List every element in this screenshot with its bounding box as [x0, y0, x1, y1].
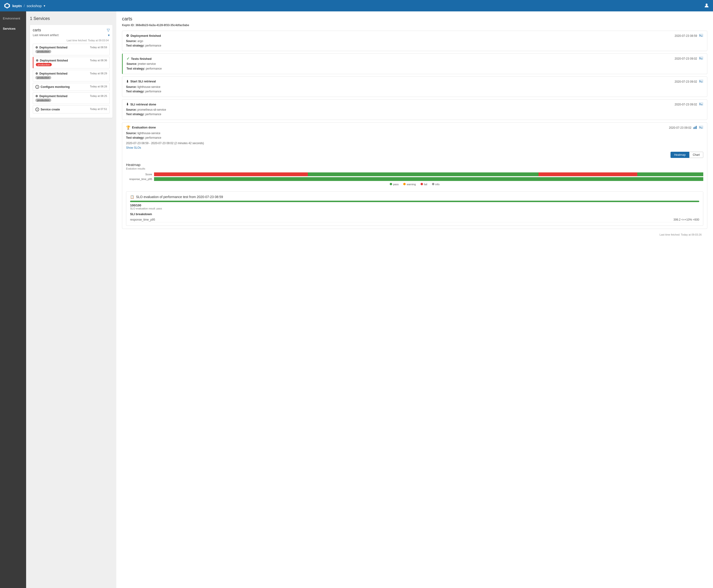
show-slos-link[interactable]: Show SLOs — [126, 146, 141, 149]
heatmap-legend: pass warning fail info — [126, 183, 703, 186]
event-item-1-row: ⚙ Deployment finished Today at 08:59 — [35, 46, 107, 49]
timeline-event-3-time: 2020-07-23 09:02 — [674, 80, 697, 83]
terminal-icon-2[interactable] — [699, 57, 703, 61]
heatmap-tab-button[interactable]: Heatmap — [671, 152, 689, 158]
timeline-event-4-header: ⬇ SLI retrieval done 2020-07-23 09:02 — [126, 102, 703, 107]
info-icon-4: i — [35, 85, 39, 89]
slo-section: 📋 SLO evaluation of performance test fro… — [126, 191, 703, 226]
event-item-1-time: Today at 08:59 — [90, 46, 107, 49]
legend-warning: warning — [403, 183, 416, 186]
timeline-event-2-actions: 2020-07-23 09:02 — [674, 57, 703, 61]
event-item-4-title: i Configure monitoring — [35, 85, 70, 89]
timeline-event-3-header: ⬇ Start SLI retrieval 2020-07-23 09:02 — [126, 80, 703, 84]
svg-rect-10 — [699, 126, 703, 129]
sidebar: Environment Services — [0, 12, 26, 588]
terminal-icon-eval[interactable] — [699, 126, 703, 130]
heatmap-title: Heatmap — [126, 163, 703, 167]
detail-title: carts — [122, 16, 707, 22]
heatmap-row-p95: response_time_p95 — [126, 177, 703, 181]
event-item-1-title: ⚙ Deployment finished — [35, 46, 67, 49]
project-label[interactable]: sockshop — [27, 4, 42, 8]
timeline-event-1-time: 2020-07-23 08:59 — [674, 34, 697, 38]
event-item-2[interactable]: ⚙ Deployment finished Today at 08:36 pro… — [33, 57, 110, 68]
svg-rect-5 — [699, 80, 703, 83]
timeline-event-1-actions: 2020-07-23 08:59 — [674, 34, 703, 38]
timeline-event-4-body: Source: prometheus-sli-service Test stra… — [126, 108, 703, 117]
slo-progress-bar — [130, 201, 699, 202]
event-item-3-row: ⚙ Deployment finished Today at 08:29 — [35, 72, 107, 75]
event-item-6-time: Today at 07:51 — [90, 108, 107, 110]
terminal-icon-1[interactable] — [699, 34, 703, 38]
sidebar-item-services[interactable]: Services — [0, 23, 26, 34]
heatmap-bar-p95 — [154, 177, 703, 181]
heatmap-label-score: Score — [126, 173, 152, 176]
heatmap-seg-p95-2 — [308, 177, 539, 181]
arrow-down-icon-4: ⬇ — [126, 102, 129, 106]
detail-panel: carts Keptn ID: 368e8b23-6a3a-4128-8f33-… — [116, 12, 713, 588]
timeline-event-4-actions: 2020-07-23 09:02 — [674, 102, 703, 107]
timeline-event-4-time: 2020-07-23 09:02 — [674, 103, 697, 106]
info-icon-6: i — [35, 108, 39, 111]
event-item-6-title: i Service create — [35, 108, 60, 111]
filter-icon[interactable]: ▽ — [107, 28, 110, 32]
timeline-event-3-title: ⬇ Start SLI retrieval — [126, 80, 156, 83]
timeline-event-1-body: Source: argo Test strategy: performance — [126, 39, 703, 48]
event-badge-2: production — [36, 63, 52, 66]
event-item-3[interactable]: ⚙ Deployment finished Today at 08:29 pro… — [33, 70, 110, 81]
service-card-header: carts ▽ — [33, 28, 110, 32]
heatmap-seg-score-3 — [539, 172, 638, 176]
chart-tab-button[interactable]: Chart — [689, 152, 703, 158]
service-name: carts — [33, 28, 41, 32]
event-item-1[interactable]: ⚙ Deployment finished Today at 08:59 pro… — [33, 44, 110, 55]
slo-title: SLO evaluation of performance test from … — [136, 195, 223, 199]
slo-breakdown-name-1: response_time_p95 — [130, 218, 155, 221]
heatmap-bar-score — [154, 172, 703, 176]
timeline-event-3-body: Source: lighthouse-service Test strategy… — [126, 85, 703, 94]
timeline-event-1-header: ⚙ Deployment finished 2020-07-23 08:59 — [126, 34, 703, 38]
brand-label: keptn — [12, 4, 22, 8]
timeline-event-2-time: 2020-07-23 09:02 — [674, 57, 697, 60]
slo-breakdown-row-1: response_time_p95 399.2 <=+10% <600 — [130, 217, 699, 222]
event-item-3-time: Today at 08:29 — [90, 72, 107, 75]
timeline-event-3-actions: 2020-07-23 09:02 — [674, 80, 703, 84]
heatmap-row-score: Score — [126, 172, 703, 176]
nav-separator: / — [24, 4, 25, 8]
chevron-down-icon[interactable]: ▾ — [108, 33, 110, 37]
evaluation-actions: 2020-07-23 09:02 — [669, 125, 703, 130]
svg-point-2 — [706, 4, 708, 5]
deploy-icon-1: ⚙ — [35, 46, 38, 49]
heatmap-seg-score-4 — [637, 172, 703, 176]
timeline-event-2-title: ✓ Tests finished — [127, 57, 151, 61]
chart-bar-icon[interactable] — [693, 125, 697, 130]
main-content: 1 Services carts ▽ Last relevant artifac… — [26, 12, 713, 588]
topnav-left: keptn / sockshop ▾ — [4, 2, 45, 9]
project-dropdown-icon[interactable]: ▾ — [44, 4, 45, 7]
sidebar-item-environment[interactable]: Environment — [0, 13, 26, 23]
arrow-down-icon-3: ⬇ — [126, 80, 129, 83]
slo-breakdown-title: SLI breakdown — [130, 212, 699, 216]
timeline-event-2-header: ✓ Tests finished 2020-07-23 09:02 — [127, 57, 703, 61]
event-badge-5: production — [35, 99, 51, 102]
slo-score: 100/100 — [130, 204, 699, 207]
user-avatar[interactable] — [704, 3, 709, 9]
event-item-5[interactable]: ⚙ Deployment finished Today at 08:25 pro… — [33, 92, 110, 104]
heatmap-section: Heatmap Evalution results Score — [126, 161, 703, 188]
event-item-6[interactable]: i Service create Today at 07:51 — [33, 105, 110, 113]
eval-time-range: 2020-07-23 08:59 - 2020-07-23 09:02 (2 m… — [126, 142, 703, 145]
terminal-icon-3[interactable] — [699, 80, 703, 84]
heatmap-seg-p95-3 — [539, 177, 638, 181]
event-item-6-row: i Service create Today at 07:51 — [35, 108, 107, 111]
timeline-event-2: ✓ Tests finished 2020-07-23 09:02 Source… — [122, 54, 707, 74]
evaluation-body: Source: lighthouse-service Test strategy… — [126, 131, 703, 140]
deploy-tl-icon-1: ⚙ — [126, 34, 129, 38]
timeline-event-evaluation: 🏆 Evaluation done 2020-07-23 09:02 — [122, 122, 707, 229]
heatmap-chart-tabs: Heatmap Chart — [126, 152, 703, 158]
keptn-id-label: Keptn ID: — [122, 23, 135, 27]
event-item-4[interactable]: i Configure monitoring Today at 08:28 — [33, 83, 110, 91]
slo-header: 📋 SLO evaluation of performance test fro… — [130, 195, 699, 199]
terminal-icon-4[interactable] — [699, 102, 703, 107]
svg-rect-8 — [695, 127, 695, 129]
services-heading: 1 Services — [30, 16, 112, 21]
slo-breakdown-value-1: 399.2 <=+10% <600 — [673, 218, 699, 221]
fetch-time: Last time fetched: Today at 09:03:04 — [33, 39, 110, 42]
